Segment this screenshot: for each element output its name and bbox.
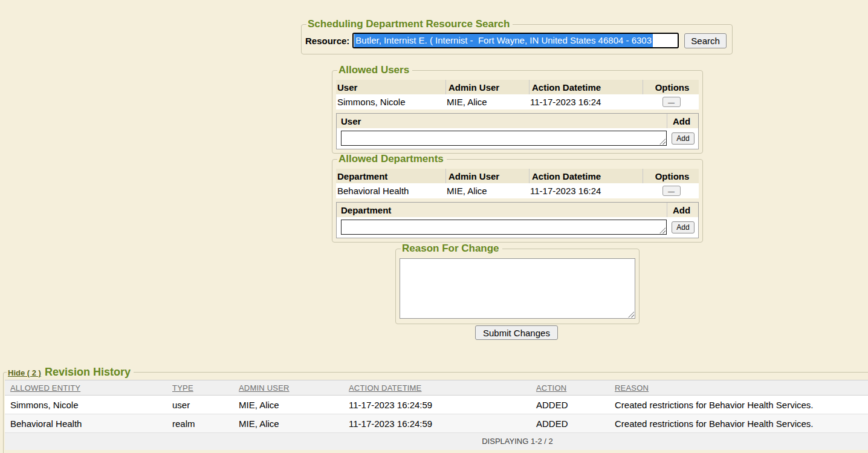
action-datetime-cell: 11-17-2023 16:24 — [529, 186, 643, 196]
column-header-action-datetime: Action Datetime — [529, 80, 643, 94]
search-button[interactable]: Search — [684, 33, 727, 48]
remove-user-button[interactable]: — — [662, 97, 681, 107]
sort-link-admin-user[interactable]: ADMIN USER — [239, 383, 290, 393]
resource-label: Resource: — [305, 36, 349, 46]
column-header-action-datetime: ACTION DATETIME — [343, 383, 531, 393]
admin-user-cell: MIE, Alice — [445, 186, 529, 196]
add-department-header: Department Add — [337, 203, 698, 217]
add-user-column-label: User — [337, 114, 667, 128]
resource-input-selected-text: Butler, Internist E. ( Internist - Fort … — [354, 34, 653, 47]
type-cell: realm — [167, 419, 233, 429]
add-user-box: User Add Add — [336, 113, 699, 149]
sort-link-action[interactable]: ACTION — [536, 383, 566, 393]
add-department-box: Department Add Add — [336, 202, 699, 238]
column-header-admin-user: Admin User — [445, 80, 529, 94]
column-header-allowed-entity: ALLOWED ENTITY — [5, 383, 167, 393]
resource-input[interactable]: Butler, Internist E. ( Internist - Fort … — [352, 33, 679, 48]
column-header-action-datetime: Action Datetime — [529, 169, 643, 183]
resize-grip-icon[interactable] — [659, 139, 666, 145]
options-cell: — — [643, 97, 699, 107]
allowed-departments-title: Allowed Departments — [337, 153, 447, 165]
column-header-options: Options — [643, 80, 699, 94]
allowed-users-section: Allowed Users User Admin User Action Dat… — [332, 64, 703, 154]
department-cell: Behavioral Health — [336, 186, 445, 196]
action-datetime-cell: 11-17-2023 16:24:59 — [343, 419, 531, 429]
resize-grip-icon[interactable] — [628, 311, 634, 318]
column-header-user: User — [336, 80, 445, 94]
action-datetime-cell: 11-17-2023 16:24 — [529, 97, 643, 107]
revision-history-header-row: ALLOWED ENTITY TYPE ADMIN USER ACTION DA… — [5, 380, 868, 396]
page: Scheduling Department Resource Search Re… — [0, 0, 868, 453]
reason-for-change-section: Reason For Change — [395, 243, 640, 324]
add-department-button[interactable]: Add — [672, 221, 695, 233]
add-user-add-label: Add — [667, 114, 698, 128]
reason-cell: Created restrictions for Behavior Health… — [609, 419, 868, 429]
reason-for-change-title: Reason For Change — [401, 243, 502, 255]
revision-history-legend: Hide ( 2 ) Revision History — [7, 366, 134, 379]
action-cell: ADDED — [531, 419, 609, 429]
column-header-reason: REASON — [609, 383, 868, 393]
add-user-header: User Add — [337, 114, 698, 128]
table-row: Simmons, Nicole MIE, Alice 11-17-2023 16… — [336, 94, 699, 109]
submit-changes-button[interactable]: Submit Changes — [475, 325, 558, 340]
allowed-departments-table: Department Admin User Action Datetime Op… — [336, 169, 699, 198]
column-header-admin-user: ADMIN USER — [233, 383, 343, 393]
add-department-row: Add — [337, 217, 698, 238]
sort-link-action-datetime[interactable]: ACTION DATETIME — [349, 383, 421, 393]
add-department-input[interactable] — [341, 220, 667, 235]
allowed-entity-cell: Behavioral Health — [5, 419, 167, 429]
column-header-department: Department — [336, 169, 445, 183]
add-user-button[interactable]: Add — [672, 132, 695, 145]
user-cell: Simmons, Nicole — [336, 97, 445, 107]
allowed-users-table: User Admin User Action Datetime Options … — [336, 80, 699, 109]
sort-link-reason[interactable]: REASON — [615, 383, 649, 393]
allowed-departments-header-row: Department Admin User Action Datetime Op… — [336, 169, 699, 183]
allowed-users-header-row: User Admin User Action Datetime Options — [336, 80, 699, 94]
admin-user-cell: MIE, Alice — [233, 419, 343, 429]
add-department-column-label: Department — [337, 203, 667, 217]
column-header-action: ACTION — [531, 383, 609, 393]
revision-history-table: ALLOWED ENTITY TYPE ADMIN USER ACTION DA… — [5, 380, 868, 450]
column-header-admin-user: Admin User — [445, 169, 529, 183]
admin-user-cell: MIE, Alice — [445, 97, 529, 107]
paging-status: DISPLAYING 1-2 / 2 — [5, 433, 868, 450]
allowed-departments-section: Allowed Departments Department Admin Use… — [332, 153, 703, 243]
action-cell: ADDED — [531, 400, 609, 410]
revision-history-title: Revision History — [45, 366, 131, 379]
type-cell: user — [167, 400, 233, 410]
sort-link-type[interactable]: TYPE — [172, 383, 193, 393]
remove-department-button[interactable]: — — [662, 186, 681, 196]
resource-search-section: Scheduling Department Resource Search Re… — [301, 18, 733, 54]
add-department-add-label: Add — [667, 203, 698, 217]
resize-grip-icon[interactable] — [659, 227, 666, 233]
revision-history-section: Hide ( 2 ) Revision History ALLOWED ENTI… — [3, 366, 868, 453]
options-cell: — — [643, 186, 699, 196]
sort-link-allowed-entity[interactable]: ALLOWED ENTITY — [10, 383, 80, 393]
column-header-options: Options — [643, 169, 699, 183]
resource-search-row: Resource: Butler, Internist E. ( Interni… — [305, 31, 728, 50]
add-user-row: Add — [337, 128, 698, 149]
table-row: Simmons, Nicole user MIE, Alice 11-17-20… — [5, 396, 868, 414]
resource-search-title: Scheduling Department Resource Search — [306, 18, 513, 30]
reason-textarea[interactable] — [400, 258, 635, 319]
admin-user-cell: MIE, Alice — [233, 400, 343, 410]
allowed-users-title: Allowed Users — [337, 64, 412, 76]
table-row: Behavioral Health MIE, Alice 11-17-2023 … — [336, 183, 699, 198]
table-row: Behavioral Health realm MIE, Alice 11-17… — [5, 414, 868, 433]
action-datetime-cell: 11-17-2023 16:24:59 — [343, 400, 531, 410]
allowed-entity-cell: Simmons, Nicole — [5, 400, 167, 410]
reason-cell: Created restrictions for Behavior Health… — [609, 400, 868, 410]
column-header-type: TYPE — [167, 383, 233, 393]
add-user-input[interactable] — [341, 131, 667, 146]
hide-toggle-link[interactable]: Hide ( 2 ) — [8, 368, 41, 377]
